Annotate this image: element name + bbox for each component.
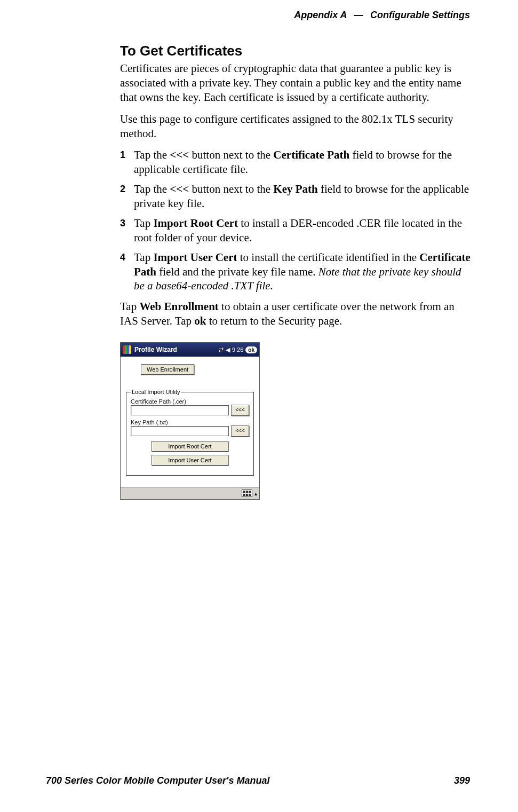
main-content: To Get Certificates Certificates are pie…: [120, 43, 472, 500]
step-number: 1: [120, 149, 125, 161]
document-page: Appendix A — Configurable Settings To Ge…: [0, 0, 518, 812]
header-separator: —: [354, 10, 363, 20]
speaker-icon: ◀︎: [226, 346, 230, 353]
step-number: 2: [120, 183, 125, 195]
running-header: Appendix A — Configurable Settings: [294, 10, 470, 21]
cert-path-row: Certificate Path (.cer) <<<: [131, 398, 249, 416]
local-import-fieldset: Local Import Utility Certificate Path (.…: [126, 389, 254, 476]
web-enrollment-button[interactable]: Web Enrollment: [141, 364, 194, 375]
step-2: 2 Tap the <<< button next to the Key Pat…: [120, 182, 472, 211]
up-arrow-icon[interactable]: ▴: [254, 491, 257, 496]
key-path-browse-button[interactable]: <<<: [231, 425, 249, 437]
step-text: Tap the <<< button next to the Certifica…: [134, 148, 452, 176]
cert-path-label: Certificate Path (.cer): [131, 398, 249, 405]
step-number: 3: [120, 217, 125, 230]
keyboard-icon[interactable]: [242, 490, 252, 497]
step-1: 1 Tap the <<< button next to the Certifi…: [120, 148, 472, 177]
step-3: 3 Tap Import Root Cert to install a DER-…: [120, 216, 472, 245]
intro-paragraph-1: Certificates are pieces of cryptographic…: [120, 61, 472, 105]
key-path-row: Key Path (.txt) <<<: [131, 419, 249, 437]
clock-text: 9:26: [232, 346, 243, 353]
import-root-cert-button[interactable]: Import Root Cert: [152, 441, 228, 452]
ok-button[interactable]: ok: [245, 346, 257, 353]
manual-title: 700 Series Color Mobile Computer User's …: [46, 775, 269, 786]
page-footer: 700 Series Color Mobile Computer User's …: [46, 775, 470, 786]
import-buttons: Import Root Cert Import User Cert: [131, 441, 249, 469]
header-section: Configurable Settings: [370, 10, 470, 20]
import-user-cert-button[interactable]: Import User Cert: [152, 455, 228, 466]
cert-path-input[interactable]: [131, 405, 229, 415]
step-text: Tap Import Root Cert to install a DER-en…: [134, 217, 462, 244]
intro-paragraph-2: Use this page to configure certificates …: [120, 112, 472, 141]
pda-top-row: Web Enrollment: [126, 364, 254, 375]
closing-paragraph: Tap Web Enrollment to obtain a user cert…: [120, 299, 472, 328]
pda-system-tray: ⇄ ◀︎ 9:26 ok: [219, 346, 257, 353]
cert-path-browse-button[interactable]: <<<: [231, 405, 249, 416]
pda-body: Web Enrollment Local Import Utility Cert…: [121, 357, 259, 487]
pda-titlebar: Profile Wizard ⇄ ◀︎ 9:26 ok: [121, 343, 259, 357]
appendix-label: Appendix A: [294, 10, 347, 20]
steps-list: 1 Tap the <<< button next to the Certifi…: [120, 148, 472, 293]
section-title: To Get Certificates: [120, 43, 472, 59]
step-text: Tap the <<< button next to the Key Path …: [134, 183, 469, 210]
page-number: 399: [454, 775, 470, 786]
pda-footer: ▴: [121, 487, 259, 499]
key-path-input[interactable]: [131, 426, 229, 436]
fieldset-legend: Local Import Utility: [131, 389, 181, 395]
step-number: 4: [120, 251, 125, 264]
connectivity-icon: ⇄: [219, 346, 224, 353]
key-path-label: Key Path (.txt): [131, 419, 249, 425]
step-text: Tap Import User Cert to install the cert…: [134, 251, 471, 293]
pda-window-title: Profile Wizard: [134, 346, 216, 353]
step-4: 4 Tap Import User Cert to install the ce…: [120, 250, 472, 294]
pda-screenshot: Profile Wizard ⇄ ◀︎ 9:26 ok Web Enrollme…: [120, 342, 260, 500]
windows-flag-icon: [123, 345, 131, 354]
